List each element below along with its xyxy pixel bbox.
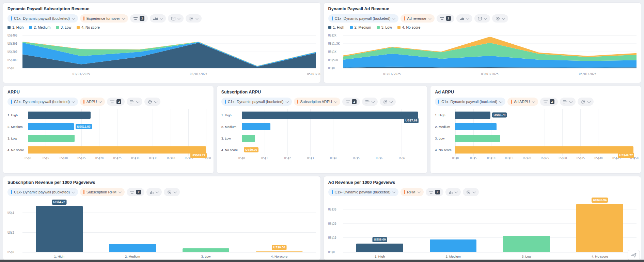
metric-pill[interactable]: Ad ARPU (507, 98, 538, 106)
bar-medium[interactable] (242, 123, 271, 130)
filter-count-badge: 2 (352, 99, 357, 104)
filter-pill[interactable]: 2 (130, 14, 148, 23)
metric-pill[interactable]: RPM (400, 188, 423, 196)
bar-medium[interactable] (430, 239, 477, 252)
dashboard-row-3: Subscription Revenue per 1000 Pageviews … (3, 176, 641, 260)
stacked-area-plot (22, 33, 316, 71)
bar-no_score[interactable]: US$49.77 (28, 146, 206, 154)
chart-type-pill[interactable] (150, 14, 166, 23)
metric-pill[interactable]: Ad revenue (400, 14, 434, 23)
category-label: 2. Medium (221, 125, 242, 129)
breakdown-pill[interactable]: C1x- Dynamic paywall (bucketed) (7, 188, 78, 196)
breakdown-pill[interactable]: C1x- Dynamic paywall (bucketed) (435, 98, 505, 106)
horizontal-bars-icon (130, 100, 134, 103)
chart-type-pill[interactable] (456, 14, 472, 23)
bar-slot: US$6.00 (343, 200, 417, 252)
bar-high[interactable]: US$9.79 (455, 112, 490, 119)
bar-high[interactable]: US$7.69 (242, 112, 418, 119)
bar-row: 3. Low (435, 132, 637, 144)
bar-no_score[interactable]: US$33.94 (576, 204, 623, 252)
bar-track (455, 135, 637, 142)
bar-high[interactable]: US$4.72 (36, 206, 83, 252)
settings-pill[interactable] (164, 188, 180, 196)
breakdown-pill[interactable]: C1x- Dynamic paywall (bucketed) (328, 188, 399, 196)
filter-pill[interactable]: 2 (342, 98, 360, 106)
chart-type-pill[interactable] (127, 98, 142, 106)
breakdown-pill[interactable]: C1x- Dynamic paywall (bucketed) (7, 98, 78, 106)
legend-item-no_score[interactable]: 4. No score (397, 25, 421, 29)
legend-item-high[interactable]: 1. High (328, 25, 344, 29)
metric-pill[interactable]: ARPU (80, 98, 105, 106)
settings-pill[interactable] (578, 98, 594, 106)
category-label: 2. Medium (7, 125, 28, 129)
bar-medium[interactable] (109, 244, 156, 252)
settings-pill[interactable] (492, 14, 508, 23)
plot-area: US$0US$10US$20US$30US$6.00US$33.94 (328, 200, 637, 252)
chart-type-pill[interactable] (445, 188, 461, 196)
bar-low[interactable] (183, 248, 230, 252)
bar-medium[interactable] (455, 123, 497, 130)
filter-pill[interactable]: 2 (437, 14, 454, 23)
bar-row: 4. No scoreUS$49.77 (7, 144, 209, 156)
bar-track (455, 123, 637, 130)
chevron-down-icon (155, 190, 159, 193)
bar-medium[interactable]: US$12.83 (28, 123, 74, 130)
chart-type-pill[interactable] (560, 98, 576, 106)
filter-icon (544, 100, 548, 103)
filter-pill[interactable]: 2 (107, 98, 125, 106)
bar-no_score[interactable]: US$0.00 (242, 146, 242, 154)
breakdown-pill[interactable]: C1x- Dynamic paywall (bucketed) (328, 14, 399, 23)
bar-slot (169, 200, 242, 252)
bar-high[interactable] (28, 112, 91, 119)
bar-low[interactable] (242, 135, 255, 142)
bar-value-badge: US$33.94 (592, 198, 608, 203)
bar-slot (490, 200, 563, 252)
legend-item-medium[interactable]: 2. Medium (350, 25, 371, 29)
filter-pill[interactable]: 2 (540, 98, 558, 106)
legend-item-low[interactable]: 3. Low (56, 25, 71, 29)
chart-title: Subscription ARPU (221, 90, 423, 94)
legend-item-no_score[interactable]: 4. No score (77, 25, 100, 29)
chevron-down-icon (454, 190, 458, 193)
metric-pill[interactable]: Subscription ARPU (294, 98, 341, 106)
bar-no_score[interactable]: US$0.00 (256, 251, 303, 252)
settings-pill[interactable] (463, 188, 479, 196)
bar-value-badge: US$6.00 (373, 237, 387, 242)
settings-pill[interactable] (144, 98, 160, 106)
filter-pill[interactable]: 2 (426, 188, 443, 196)
legend-item-high[interactable]: 1. High (7, 25, 23, 29)
legend-item-low[interactable]: 3. Low (377, 25, 392, 29)
bar-low[interactable] (503, 236, 550, 252)
filter-pill[interactable]: 2 (127, 188, 144, 196)
x-axis-label: US$4 (330, 157, 336, 160)
bar-row: 3. Low (221, 132, 423, 144)
metric-pill[interactable]: Experience turnover (80, 14, 128, 23)
bar-value-badge: US$9.79 (492, 113, 507, 118)
legend-swatch (56, 26, 59, 29)
chart-title: Ad Revenue per 1000 Pageviews (328, 180, 637, 185)
bar-no_score[interactable]: US$49.77 (455, 146, 633, 154)
breakdown-label: C1x- Dynamic paywall (bucketed) (14, 16, 70, 20)
settings-pill[interactable] (186, 14, 202, 23)
settings-pill[interactable] (380, 98, 396, 106)
legend-item-medium[interactable]: 2. Medium (29, 25, 50, 29)
breakdown-pill[interactable]: C1x- Dynamic paywall (bucketed) (221, 98, 292, 106)
bar-low[interactable] (455, 135, 500, 142)
data-settings-pill[interactable] (474, 14, 490, 23)
chevron-down-icon (392, 190, 396, 193)
card-arpu: ARPU C1x- Dynamic paywall (bucketed) ARP… (3, 86, 214, 174)
bar-value-badge: US$49.77 (190, 153, 207, 158)
share-feedback-button[interactable] (628, 250, 640, 261)
chart-type-pill[interactable] (146, 188, 162, 196)
chart-type-pill[interactable] (362, 98, 378, 106)
chevron-down-icon (392, 16, 396, 20)
category-label: 3. Low (221, 136, 242, 140)
bar-high[interactable]: US$6.00 (356, 244, 403, 252)
bar-low[interactable] (28, 135, 75, 142)
data-settings-pill[interactable] (168, 14, 184, 23)
metric-pill[interactable]: Subscription RPM (80, 188, 125, 196)
x-axis-label: US$35 (149, 157, 157, 160)
y-axis-label: US$0 (328, 67, 335, 70)
breakdown-pill[interactable]: C1x- Dynamic paywall (bucketed) (7, 14, 78, 23)
chevron-down-icon (484, 16, 487, 20)
